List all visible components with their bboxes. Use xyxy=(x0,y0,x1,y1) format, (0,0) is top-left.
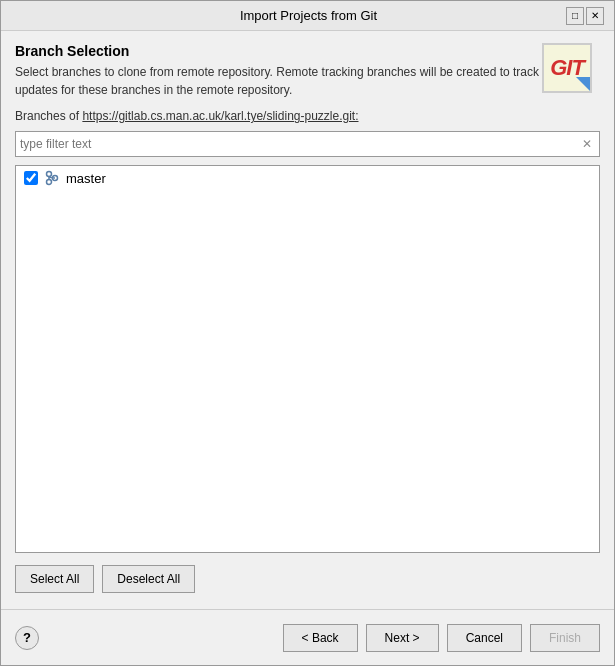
main-content: Branch Selection Select branches to clon… xyxy=(1,31,614,609)
close-button[interactable]: ✕ xyxy=(586,7,604,25)
select-buttons-row: Select All Deselect All xyxy=(15,561,600,597)
help-button[interactable]: ? xyxy=(15,626,39,650)
branch-name-master: master xyxy=(66,171,106,186)
git-icon: GIT xyxy=(542,43,592,93)
branch-list: master xyxy=(15,165,600,553)
header-row: Branch Selection Select branches to clon… xyxy=(15,43,600,101)
title-controls: □ ✕ xyxy=(566,7,604,25)
filter-input[interactable] xyxy=(20,137,579,151)
git-logo-arrow xyxy=(576,77,590,91)
git-logo-container: GIT xyxy=(542,43,600,101)
back-button[interactable]: < Back xyxy=(283,624,358,652)
section-title: Branch Selection xyxy=(15,43,542,59)
deselect-all-label: Deselect All xyxy=(117,572,180,586)
header-text: Branch Selection Select branches to clon… xyxy=(15,43,542,99)
clear-filter-button[interactable]: ✕ xyxy=(579,136,595,152)
branches-label-prefix: Branches of xyxy=(15,109,82,123)
branch-icon xyxy=(44,170,60,186)
branch-checkbox-master[interactable] xyxy=(24,171,38,185)
svg-point-0 xyxy=(47,172,52,177)
dialog: Import Projects from Git □ ✕ Branch Sele… xyxy=(0,0,615,666)
svg-point-1 xyxy=(47,180,52,185)
branch-svg-icon xyxy=(44,170,60,186)
finish-button[interactable]: Finish xyxy=(530,624,600,652)
branches-label: Branches of https://gitlab.cs.man.ac.uk/… xyxy=(15,109,600,123)
cancel-button[interactable]: Cancel xyxy=(447,624,522,652)
next-button[interactable]: Next > xyxy=(366,624,439,652)
list-item[interactable]: master xyxy=(16,166,599,190)
filter-row: ✕ xyxy=(15,131,600,157)
title-bar: Import Projects from Git □ ✕ xyxy=(1,1,614,31)
nav-buttons: < Back Next > Cancel Finish xyxy=(283,624,600,652)
select-all-button[interactable]: Select All xyxy=(15,565,94,593)
minimize-button[interactable]: □ xyxy=(566,7,584,25)
branches-url: https://gitlab.cs.man.ac.uk/karl.tye/sli… xyxy=(82,109,358,123)
section-description: Select branches to clone from remote rep… xyxy=(15,63,542,99)
bottom-bar: ? < Back Next > Cancel Finish xyxy=(1,609,614,665)
dialog-title: Import Projects from Git xyxy=(51,8,566,23)
deselect-all-button[interactable]: Deselect All xyxy=(102,565,195,593)
